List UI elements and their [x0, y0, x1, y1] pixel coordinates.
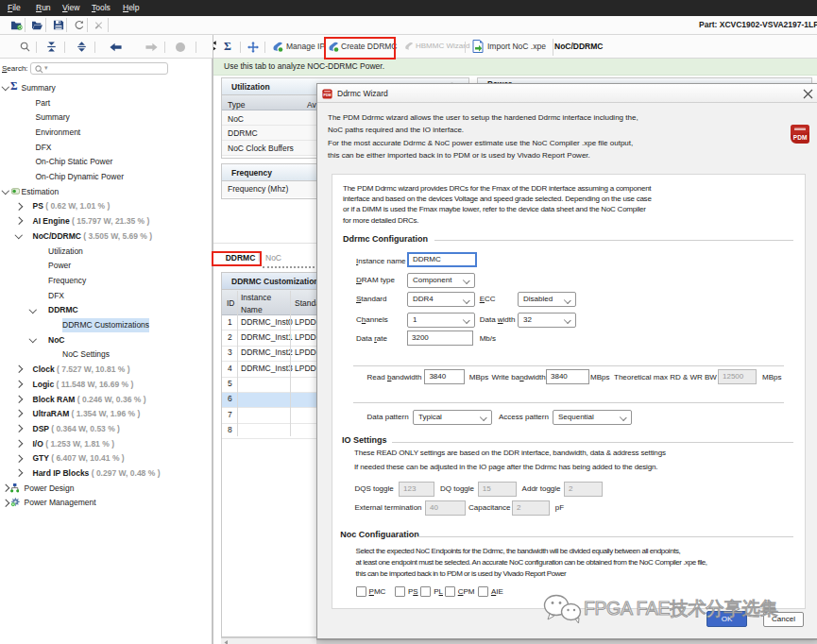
svg-text:PDM: PDM — [793, 134, 808, 141]
svg-text:PDM: PDM — [323, 93, 331, 97]
